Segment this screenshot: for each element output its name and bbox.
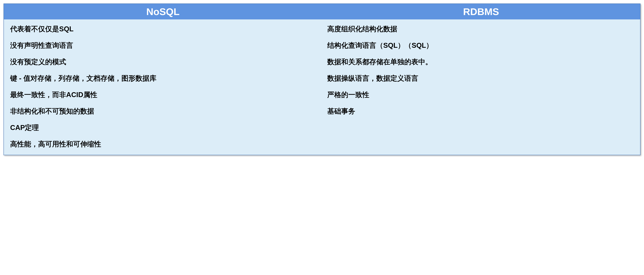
comparison-table: NoSQL RDBMS 代表着不仅仅是SQL 没有声明性查询语言 没有预定义的模… <box>4 4 640 155</box>
list-item: 键 - 值对存储，列存储，文档存储，图形数据库 <box>10 74 317 83</box>
list-item: 非结构化和不可预知的数据 <box>10 106 317 116</box>
list-item: 代表着不仅仅是SQL <box>10 24 317 34</box>
header-rdbms: RDBMS <box>322 4 640 20</box>
list-item: 数据和关系都存储在单独的表中。 <box>327 57 634 66</box>
rdbms-column: 高度组织化结构化数据 结构化查询语言（SQL）（SQL） 数据和关系都存储在单独… <box>322 24 634 148</box>
list-item: CAP定理 <box>10 123 317 132</box>
table-body-row: 代表着不仅仅是SQL 没有声明性查询语言 没有预定义的模式 键 - 值对存储，列… <box>4 20 640 155</box>
list-item: 结构化查询语言（SQL）（SQL） <box>327 41 634 50</box>
list-item: 最终一致性，而非ACID属性 <box>10 90 317 99</box>
nosql-column: 代表着不仅仅是SQL 没有声明性查询语言 没有预定义的模式 键 - 值对存储，列… <box>10 24 322 148</box>
list-item: 严格的一致性 <box>327 90 634 99</box>
header-nosql: NoSQL <box>4 4 322 20</box>
list-item: 高度组织化结构化数据 <box>327 24 634 34</box>
table-header-row: NoSQL RDBMS <box>4 4 640 20</box>
list-item: 数据操纵语言，数据定义语言 <box>327 74 634 83</box>
list-item: 没有预定义的模式 <box>10 57 317 66</box>
list-item: 没有声明性查询语言 <box>10 41 317 50</box>
list-item: 高性能，高可用性和可伸缩性 <box>10 140 317 148</box>
list-item: 基础事务 <box>327 106 634 116</box>
